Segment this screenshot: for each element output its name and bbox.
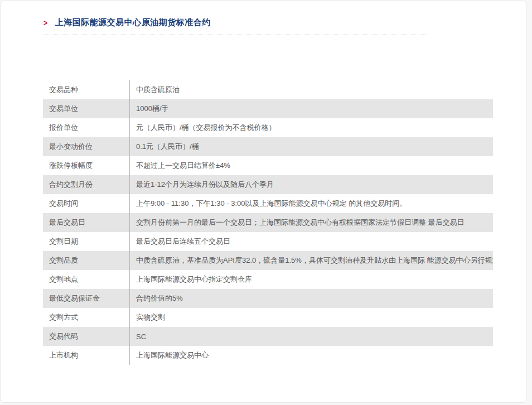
table-row: 交易代码 SC bbox=[43, 327, 493, 346]
row-value: 中质含硫原油，基准品质为API度32.0，硫含量1.5%，具体可交割油种及升贴水… bbox=[129, 255, 493, 266]
table-row: 最后交易日 交割月份前第一月的最后一个交易日；上海国际能源交易中心有权根据国家法… bbox=[43, 213, 493, 232]
row-label: 最后交易日 bbox=[43, 218, 129, 228]
row-label: 交割方式 bbox=[43, 312, 129, 322]
table-row: 交易品种 中质含硫原油 bbox=[43, 80, 493, 99]
row-value: 元（人民币）/桶（交易报价为不含税价格） bbox=[129, 123, 493, 133]
row-value: 1000桶/手 bbox=[129, 104, 493, 114]
row-value: 合约价值的5% bbox=[129, 293, 493, 303]
row-value: SC bbox=[129, 332, 493, 341]
page-header: > 上海国际能源交易中心原油期货标准合约 bbox=[1, 1, 526, 28]
row-label: 合约交割月份 bbox=[43, 180, 129, 190]
table-row: 合约交割月份 最近1-12个月为连续月份以及随后八个季月 bbox=[43, 175, 493, 194]
row-label: 最低交易保证金 bbox=[43, 293, 129, 303]
row-value: 实物交割 bbox=[129, 312, 493, 322]
content-card: > 上海国际能源交易中心原油期货标准合约 交易品种 中质含硫原油 交易单位 10… bbox=[1, 1, 526, 403]
table-row: 交易时间 上午9:00 - 11:30，下午1:30 - 3:00以及上海国际能… bbox=[43, 194, 493, 213]
table-row: 交割日期 最后交易日后连续五个交易日 bbox=[43, 232, 493, 251]
row-label: 最小变动价位 bbox=[43, 142, 129, 152]
row-value: 交割月份前第一月的最后一个交易日；上海国际能源交易中心有权根据国家法定节假日调整… bbox=[129, 218, 493, 228]
row-label: 交易代码 bbox=[43, 331, 129, 341]
row-label: 交易单位 bbox=[43, 104, 129, 114]
row-label: 交割品质 bbox=[43, 255, 129, 266]
dotted-divider bbox=[43, 35, 429, 35]
row-label: 交割日期 bbox=[43, 237, 129, 247]
row-value: 最近1-12个月为连续月份以及随后八个季月 bbox=[129, 180, 493, 190]
chevron-right-icon: > bbox=[43, 18, 47, 27]
row-label: 交易时间 bbox=[43, 199, 129, 209]
page-title: 上海国际能源交易中心原油期货标准合约 bbox=[55, 17, 211, 28]
row-value: 中质含硫原油 bbox=[129, 85, 493, 95]
row-value: 上海国际能源交易中心 bbox=[129, 350, 493, 360]
column-divider bbox=[129, 80, 130, 365]
row-label: 交割地点 bbox=[43, 274, 129, 285]
row-value: 上午9:00 - 11:30，下午1:30 - 3:00以及上海国际能源交易中心… bbox=[129, 199, 493, 209]
table-row: 上市机构 上海国际能源交易中心 bbox=[43, 346, 493, 365]
table-row: 涨跌停板幅度 不超过上一交易日结算价±4% bbox=[43, 156, 493, 175]
row-label: 交易品种 bbox=[43, 85, 129, 95]
row-value: 上海国际能源交易中心指定交割仓库 bbox=[129, 274, 493, 285]
row-value: 最后交易日后连续五个交易日 bbox=[129, 237, 493, 247]
row-label: 涨跌停板幅度 bbox=[43, 161, 129, 171]
row-label: 上市机构 bbox=[43, 350, 129, 360]
row-value: 不超过上一交易日结算价±4% bbox=[129, 161, 493, 171]
table-row: 最低交易保证金 合约价值的5% bbox=[43, 289, 493, 308]
table-row: 交割品质 中质含硫原油，基准品质为API度32.0，硫含量1.5%，具体可交割油… bbox=[43, 251, 493, 270]
table-row: 交割方式 实物交割 bbox=[43, 308, 493, 327]
row-label: 报价单位 bbox=[43, 123, 129, 133]
table-row: 最小变动价位 0.1元（人民币）/桶 bbox=[43, 137, 493, 156]
row-value: 0.1元（人民币）/桶 bbox=[129, 142, 493, 152]
contract-spec-table: 交易品种 中质含硫原油 交易单位 1000桶/手 报价单位 元（人民币）/桶（交… bbox=[43, 80, 493, 365]
table-row: 报价单位 元（人民币）/桶（交易报价为不含税价格） bbox=[43, 118, 493, 137]
table-row: 交易单位 1000桶/手 bbox=[43, 99, 493, 118]
table-row: 交割地点 上海国际能源交易中心指定交割仓库 bbox=[43, 270, 493, 289]
table-rows: 交易品种 中质含硫原油 交易单位 1000桶/手 报价单位 元（人民币）/桶（交… bbox=[43, 80, 493, 365]
